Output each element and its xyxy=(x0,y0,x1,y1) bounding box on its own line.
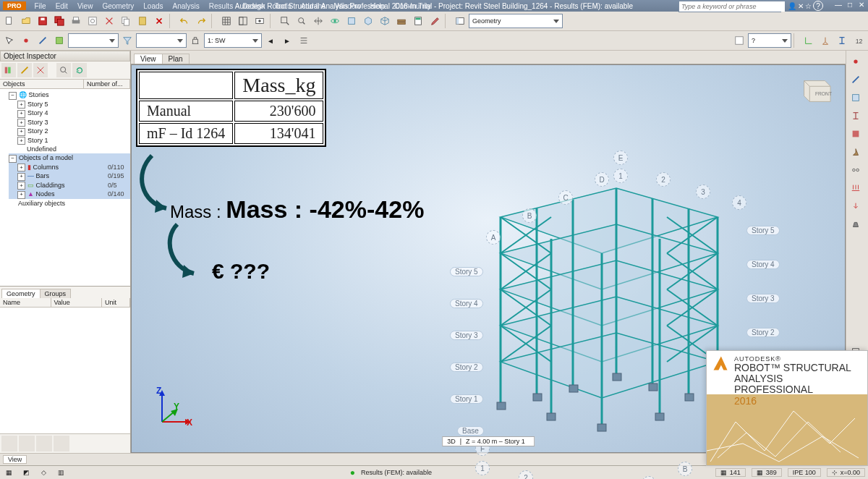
menu-geometry[interactable]: Geometry xyxy=(98,1,138,12)
toggle-supports-icon[interactable] xyxy=(817,33,833,48)
rt-supports-icon[interactable] xyxy=(848,144,864,160)
rt-bars-icon[interactable] xyxy=(848,72,864,88)
menu-addins[interactable]: Add-Ins xyxy=(297,1,330,12)
menu-window[interactable]: Window xyxy=(331,1,365,12)
search-input[interactable] xyxy=(679,1,785,12)
object-tree[interactable]: −🌐 Stories +Story 5 +Story 4 +Story 3 +S… xyxy=(0,89,130,286)
insp-tool-1[interactable] xyxy=(1,63,16,77)
view-front-icon[interactable] xyxy=(360,13,376,29)
redo-icon[interactable] xyxy=(193,13,209,29)
tab-view[interactable]: View xyxy=(134,54,163,64)
new-icon[interactable] xyxy=(1,13,17,29)
tab-groups[interactable]: Groups xyxy=(40,289,72,298)
sel-combo-2[interactable] xyxy=(136,33,187,48)
filter-icon[interactable] xyxy=(119,33,135,48)
toggle-axes-icon[interactable] xyxy=(801,33,817,48)
print-icon[interactable] xyxy=(68,13,84,29)
sel-combo-1[interactable] xyxy=(68,33,119,48)
rt-material-icon[interactable] xyxy=(848,126,864,142)
next-case-icon[interactable]: ► xyxy=(279,33,295,48)
settings-icon[interactable] xyxy=(427,13,443,29)
menu-view[interactable]: View xyxy=(73,1,98,12)
structure-icon[interactable] xyxy=(187,33,203,48)
cut-icon[interactable] xyxy=(101,13,117,29)
exchange-icon[interactable]: ✕ xyxy=(798,2,804,10)
rt-nodes-icon[interactable] xyxy=(848,54,864,69)
select-node-icon[interactable] xyxy=(18,33,34,48)
rt-loadtype-icon[interactable] xyxy=(848,198,864,214)
tree-story-2[interactable]: +Story 2 xyxy=(17,127,130,136)
insp-btm-2[interactable] xyxy=(19,436,35,452)
status-ortho-icon[interactable]: ◩ xyxy=(20,467,32,478)
save-icon[interactable] xyxy=(35,13,51,29)
search-box[interactable] xyxy=(678,1,781,12)
tree-columns[interactable]: +▮ Columns0/110 xyxy=(17,163,130,172)
toggle-sections-icon[interactable] xyxy=(834,33,850,48)
rt-releases-icon[interactable] xyxy=(848,162,864,178)
select-bar-icon[interactable] xyxy=(35,33,51,48)
tree-model-root[interactable]: −Objects of a model +▮ Columns0/110 +— B… xyxy=(9,153,130,199)
rt-loads-icon[interactable] xyxy=(848,180,864,196)
edit-story-icon[interactable] xyxy=(393,13,409,29)
insp-btm-4[interactable] xyxy=(54,436,69,452)
display-opts-icon[interactable] xyxy=(731,33,747,48)
menu-tools[interactable]: Tools xyxy=(270,1,295,12)
insp-search-icon[interactable] xyxy=(56,63,71,77)
open-icon[interactable] xyxy=(18,13,34,29)
view-iso-icon[interactable] xyxy=(377,13,393,29)
copy-icon[interactable] xyxy=(118,13,134,29)
tree-story-4[interactable]: +Story 4 xyxy=(17,109,130,118)
insp-tool-3[interactable] xyxy=(33,63,48,77)
rt-sections-icon[interactable] xyxy=(848,108,864,124)
tree-bars[interactable]: +— Bars0/195 xyxy=(17,171,130,181)
pan-icon[interactable] xyxy=(310,13,326,29)
tree-undefined[interactable]: Undefined xyxy=(17,145,130,153)
status-track-icon[interactable]: ▥ xyxy=(55,467,67,478)
orbit-icon[interactable] xyxy=(327,13,343,29)
calc-icon[interactable] xyxy=(410,13,426,29)
menu-help[interactable]: Help xyxy=(366,1,390,12)
rt-panels-icon[interactable] xyxy=(848,90,864,106)
select-panel-icon[interactable] xyxy=(51,33,67,48)
bottom-tab-view[interactable]: View xyxy=(3,455,27,464)
tree-stories-root[interactable]: −🌐 Stories +Story 5 +Story 4 +Story 3 +S… xyxy=(9,90,130,153)
view-info-bar[interactable]: 3D | Z = 4.00 m – Story 1 xyxy=(442,436,535,446)
case-combo[interactable]: 1: SW xyxy=(204,33,262,48)
insp-btm-1[interactable] xyxy=(1,436,17,452)
axis-gizmo[interactable]: Z X Y xyxy=(149,387,192,431)
view-cube[interactable]: FRONT xyxy=(797,74,832,104)
paste-icon[interactable] xyxy=(135,13,150,29)
status-snap-icon[interactable]: ▦ xyxy=(3,467,14,478)
tree-nodes[interactable]: +▲ Nodes0/140 xyxy=(17,190,130,199)
insp-tool-2[interactable] xyxy=(17,63,32,77)
prev-case-icon[interactable]: ◄ xyxy=(263,33,278,48)
preview-icon[interactable] xyxy=(85,13,101,29)
undo-icon[interactable] xyxy=(176,13,192,29)
window-tile-icon[interactable] xyxy=(235,13,251,29)
delete-icon[interactable] xyxy=(151,13,167,29)
select-icon[interactable] xyxy=(1,33,17,48)
help-icon[interactable]: ? xyxy=(813,1,823,11)
insp-btm-3[interactable] xyxy=(36,436,52,452)
maximize-button[interactable]: □ xyxy=(845,1,855,9)
insp-refresh-icon[interactable] xyxy=(72,63,87,77)
rt-mass-icon[interactable] xyxy=(848,216,864,232)
close-button[interactable]: ✕ xyxy=(856,1,867,9)
minimize-button[interactable]: — xyxy=(833,1,843,9)
tree-claddings[interactable]: +▭ Claddings0/5 xyxy=(17,181,130,190)
menu-edit[interactable]: Edit xyxy=(51,1,72,12)
zoom-extents-icon[interactable] xyxy=(294,13,310,29)
menu-analysis[interactable]: Analysis xyxy=(169,1,204,12)
case-list-icon[interactable] xyxy=(296,33,312,48)
sign-in-icon[interactable]: 👤 xyxy=(788,2,796,10)
menu-results[interactable]: Results xyxy=(205,1,237,12)
toggle-numbers-icon[interactable]: 12 xyxy=(851,33,867,48)
tab-plan[interactable]: Plan xyxy=(162,54,190,64)
save-all-icon[interactable] xyxy=(51,13,67,29)
tree-story-3[interactable]: +Story 3 xyxy=(17,118,130,127)
screenshot-icon[interactable] xyxy=(252,13,268,29)
tab-geometry[interactable]: Geometry xyxy=(1,289,41,298)
tree-story-5[interactable]: +Story 5 xyxy=(17,100,130,109)
tree-story-1[interactable]: +Story 1 xyxy=(17,136,130,145)
menu-community[interactable]: Community xyxy=(390,1,435,12)
